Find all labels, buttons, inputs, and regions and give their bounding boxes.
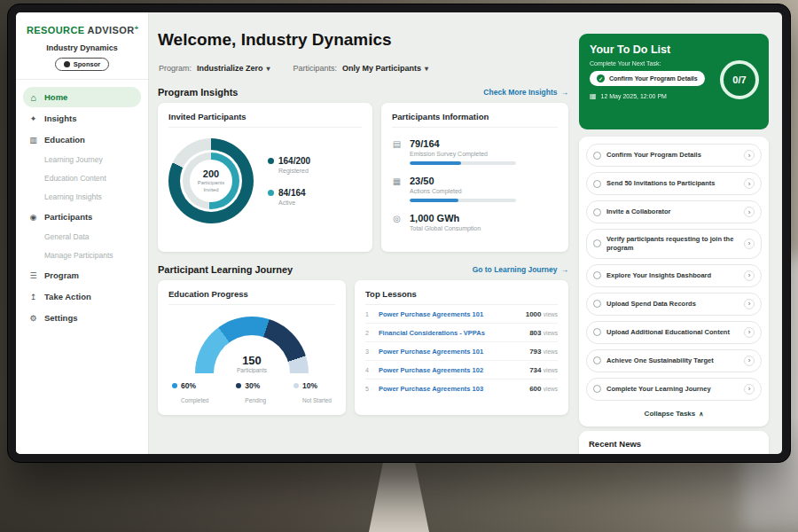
chevron-right-icon[interactable] <box>744 327 755 338</box>
screen: RESOURCE ADVISOR+ Industry Dynamics Spon… <box>16 12 782 454</box>
learning-journey-header: Participant Learning Journey Go to Learn… <box>158 264 568 275</box>
task-checkbox[interactable] <box>593 271 601 279</box>
chevron-right-icon[interactable] <box>744 270 755 281</box>
lesson-link[interactable]: Power Purchase Agreements 101 <box>379 348 523 356</box>
sidebar-item[interactable]: Program <box>23 265 141 286</box>
sidebar-item-label: Education Content <box>44 174 106 183</box>
top-lessons-title: Top Lessons <box>365 289 558 305</box>
desk-scene: RESOURCE ADVISOR+ Industry Dynamics Spon… <box>0 0 798 532</box>
legend-item-registered: 164/200 Registered <box>268 156 310 174</box>
chevron-right-icon[interactable] <box>744 239 755 249</box>
todo-task[interactable]: Verify participants requesting to join t… <box>586 229 762 259</box>
program-select[interactable]: Industrialize Zero <box>197 64 270 73</box>
chevron-right-icon[interactable] <box>744 178 755 189</box>
todo-task[interactable]: Explore Your Insights Dashboard <box>586 264 762 287</box>
todo-task[interactable]: Invite a Collaborator <box>586 200 762 223</box>
task-checkbox[interactable] <box>593 328 601 336</box>
participants-info-row: 1,000 GWh Total Global Consumption <box>392 213 558 231</box>
lesson-link[interactable]: Power Purchase Agreements 103 <box>379 385 523 393</box>
chevron-right-icon[interactable] <box>744 207 755 217</box>
go-to-learning-journey-link[interactable]: Go to Learning Journey <box>473 265 568 274</box>
sponsor-label: Sponsor <box>74 60 100 68</box>
sidebar-item[interactable]: Take Action <box>23 286 141 307</box>
pinfo-card-title: Participants Information <box>392 112 558 128</box>
task-checkbox[interactable] <box>593 152 601 160</box>
sidebar-item[interactable]: Education Content <box>23 169 141 187</box>
nav-icon <box>28 136 38 145</box>
lesson-link[interactable]: Power Purchase Agreements 102 <box>379 366 523 374</box>
chevron-right-icon[interactable] <box>744 384 755 395</box>
sidebar-item-label: Education <box>44 135 85 145</box>
chevron-up-icon <box>699 410 703 418</box>
sidebar-item[interactable]: Participants <box>23 207 141 227</box>
collapse-tasks-button[interactable]: Collapse Tasks <box>586 406 762 419</box>
sidebar-item[interactable]: General Data <box>23 228 141 246</box>
legend-dot-icon <box>293 383 299 388</box>
chevron-right-icon[interactable] <box>744 150 755 160</box>
invited-donut-chart: 200 Participants Invited <box>168 138 254 223</box>
todo-task[interactable]: Send 50 Invitations to Participants <box>586 172 762 195</box>
program-filter-label: Program: <box>159 64 192 73</box>
sidebar-item-label: Insights <box>44 113 76 123</box>
todo-progress-ring: 0/7 <box>720 60 759 99</box>
task-label: Confirm Your Program Details <box>606 151 739 160</box>
invited-center-label: Participants Invited <box>193 180 229 193</box>
sidebar-item[interactable]: Learning Insights <box>23 188 141 206</box>
metric-label: Total Global Consumption <box>410 225 481 231</box>
lesson-row: 5 Power Purchase Agreements 103 600 view… <box>365 379 558 398</box>
lesson-rank: 2 <box>365 330 372 336</box>
lesson-rank: 1 <box>365 311 372 317</box>
chevron-down-icon <box>267 64 270 73</box>
page-title: Welcome, Industry Dynamics <box>158 30 392 50</box>
sidebar-item-label: Take Action <box>44 292 91 301</box>
task-checkbox[interactable] <box>593 208 601 216</box>
participants-select[interactable]: Only My Participants <box>342 64 428 73</box>
next-task-pill[interactable]: Confirm Your Program Details <box>590 71 705 86</box>
todo-task[interactable]: Upload Spend Data Records <box>586 293 762 316</box>
todo-progress-value: 0/7 <box>732 74 746 85</box>
lesson-row: 1 Power Purchase Agreements 101 1000 vie… <box>365 305 558 324</box>
legend-item-active: 84/164 Active <box>268 188 310 206</box>
check-more-insights-link[interactable]: Check More Insights <box>483 88 568 97</box>
lesson-link[interactable]: Financial Considerations - VPPAs <box>379 329 523 337</box>
todo-task[interactable]: Complete Your Learning Journey <box>586 378 762 401</box>
task-label: Invite a Collaborator <box>606 207 739 216</box>
nav-icon <box>28 92 38 103</box>
learning-journey-title: Participant Learning Journey <box>158 264 293 275</box>
todo-task-list: Confirm Your Program Details Send 50 Inv… <box>579 137 769 426</box>
education-progress-card: Education Progress 150 Participants 60% … <box>158 280 346 415</box>
task-label: Achieve One Sustainability Target <box>606 356 739 365</box>
education-progress-title: Education Progress <box>168 289 335 305</box>
task-checkbox[interactable] <box>593 239 601 247</box>
chevron-right-icon[interactable] <box>744 356 755 366</box>
sidebar-item[interactable]: Settings <box>23 308 141 328</box>
sponsor-icon <box>64 61 70 67</box>
sidebar-item[interactable]: Insights <box>23 108 141 129</box>
task-checkbox[interactable] <box>593 356 601 364</box>
sidebar-item[interactable]: Learning Journey <box>23 151 141 168</box>
lesson-row: 4 Power Purchase Agreements 102 734 view… <box>365 361 558 379</box>
todo-task[interactable]: Achieve One Sustainability Target <box>586 349 762 372</box>
sidebar-item-label: Program <box>44 270 79 280</box>
metric-progress-bar <box>410 199 516 202</box>
metric-label: Actions Completed <box>410 188 516 194</box>
task-checkbox[interactable] <box>593 180 601 188</box>
program-insights-title: Program Insights <box>158 87 238 98</box>
todo-task[interactable]: Upload Additional Educational Content <box>586 321 762 344</box>
logo-advisor: ADVISOR <box>88 25 135 35</box>
lesson-link[interactable]: Power Purchase Agreements 101 <box>379 310 520 318</box>
lesson-row: 3 Power Purchase Agreements 101 793 view… <box>365 342 558 361</box>
task-label: Explore Your Insights Dashboard <box>606 271 739 280</box>
sidebar-nav: Home Insights Education <box>16 80 148 335</box>
sidebar-item[interactable]: Home <box>23 87 141 107</box>
sidebar-item[interactable]: Education <box>23 129 141 150</box>
gauge-legend-item: 30% Pending <box>236 381 266 406</box>
program-select-value: Industrialize Zero <box>197 64 263 73</box>
todo-task[interactable]: Confirm Your Program Details <box>586 144 762 167</box>
task-checkbox[interactable] <box>593 385 601 393</box>
nav-icon <box>28 314 38 323</box>
filter-bar: Program: Industrialize Zero Participants… <box>159 64 428 73</box>
sidebar-item[interactable]: Manage Participants <box>23 246 141 264</box>
chevron-right-icon[interactable] <box>744 299 755 309</box>
task-checkbox[interactable] <box>593 300 601 308</box>
